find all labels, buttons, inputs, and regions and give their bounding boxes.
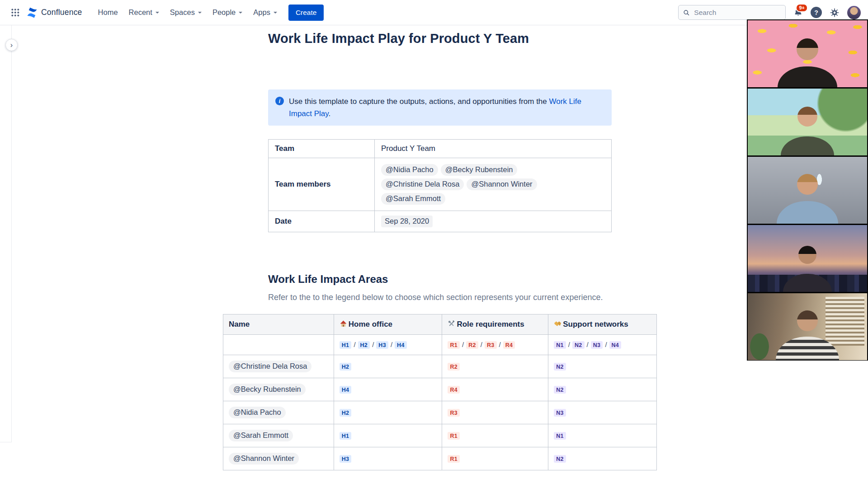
create-button[interactable]: Create: [288, 5, 324, 21]
role-cell: R3: [442, 401, 548, 424]
legend-empty-cell: [223, 335, 334, 355]
nav-item-spaces[interactable]: Spaces: [165, 5, 207, 20]
user-mention[interactable]: @Becky Rubenstein: [441, 164, 518, 176]
header-support-networks: Support networks: [548, 314, 657, 335]
separator: /: [587, 341, 589, 348]
user-mention[interactable]: @Shannon Winter: [229, 453, 299, 465]
status-lozenge: R2: [466, 341, 478, 349]
search-input[interactable]: [693, 8, 781, 17]
support-cell: N2: [548, 378, 657, 401]
table-row: Date Sep 28, 2020: [269, 211, 612, 232]
separator: /: [568, 341, 570, 348]
header-name: Name: [223, 314, 334, 335]
participant-camera-feed: [748, 20, 867, 87]
name-cell: @Becky Rubenstein: [223, 378, 334, 401]
nav-item-recent[interactable]: Recent: [124, 5, 164, 20]
user-mention[interactable]: @Shannon Winter: [467, 178, 537, 190]
section-heading: Work Life Impact Areas: [268, 273, 612, 286]
video-participant-tile-4[interactable]: [747, 224, 868, 292]
support-cell: N3: [548, 401, 657, 424]
header-role-label: Role requirements: [457, 320, 524, 328]
user-mention[interactable]: @Nidia Pacho: [381, 164, 438, 176]
user-avatar[interactable]: [847, 6, 861, 19]
table-row: @Shannon Winter H3 R1 N2: [223, 447, 657, 470]
chevron-right-icon: ›: [10, 42, 13, 49]
home-cell: H2: [334, 355, 442, 378]
help-icon: ?: [811, 7, 822, 18]
user-mention[interactable]: @Sarah Emmott: [229, 430, 293, 441]
status-lozenge: R4: [448, 386, 460, 394]
user-mention[interactable]: @Nidia Pacho: [229, 407, 286, 418]
product-name: Confluence: [41, 8, 82, 17]
team-label-cell: Team: [269, 140, 375, 158]
separator: /: [605, 341, 607, 348]
status-lozenge: N2: [554, 386, 566, 394]
date-lozenge: Sep 28, 2020: [381, 216, 433, 227]
legend-home-cell: H1/H2/H3/H4: [334, 335, 442, 355]
app-switcher-button[interactable]: [7, 5, 23, 20]
role-cell: R1: [442, 424, 548, 447]
info-icon: i: [275, 97, 284, 105]
handshake-icon: [554, 320, 561, 328]
status-lozenge: N1: [554, 341, 566, 349]
search-box[interactable]: [678, 5, 786, 20]
support-cell: N2: [548, 447, 657, 470]
nav-item-apps[interactable]: Apps: [248, 5, 282, 20]
video-participant-tile-5[interactable]: [747, 292, 868, 361]
nav-item-home[interactable]: Home: [93, 5, 123, 20]
nav-item-people[interactable]: People: [208, 5, 247, 20]
name-cell: @Sarah Emmott: [223, 424, 334, 447]
section-subtitle: Refer to the to the legend below to choo…: [268, 293, 612, 302]
home-cell: H1: [334, 424, 442, 447]
notifications-button[interactable]: 9+: [793, 8, 803, 17]
separator: /: [391, 341, 392, 348]
role-cell: R1: [442, 447, 548, 470]
video-call-strip: [747, 19, 868, 361]
separator: /: [481, 341, 482, 348]
participant-camera-feed: [748, 89, 867, 155]
status-lozenge: N2: [554, 363, 566, 371]
status-lozenge: H4: [340, 386, 352, 394]
status-lozenge: H1: [340, 432, 352, 440]
participant-camera-feed: [748, 225, 867, 292]
video-participant-tile-1[interactable]: [747, 19, 868, 88]
status-lozenge: H2: [358, 341, 370, 349]
document: Work Life Impact Play for Product Y Team…: [268, 25, 612, 470]
support-cell: N2: [548, 355, 657, 378]
name-cell: @Christine Dela Rosa: [223, 355, 334, 378]
user-mention[interactable]: @Sarah Emmott: [381, 193, 445, 205]
table-row: @Nidia Pacho H2 R3 N3: [223, 401, 657, 424]
info-text-suffix: .: [329, 109, 331, 118]
help-button[interactable]: ?: [811, 7, 822, 18]
top-navigation-bar: Confluence Home Recent Spaces People App…: [0, 0, 868, 25]
video-participant-tile-3[interactable]: [747, 156, 868, 224]
header-home-label: Home office: [349, 320, 392, 328]
tools-icon: [448, 320, 455, 328]
status-lozenge: N2: [572, 341, 585, 349]
table-row: Team Product Y Team: [269, 140, 612, 158]
status-lozenge: R1: [448, 432, 460, 440]
settings-button[interactable]: [830, 8, 840, 18]
impact-table-wrapper: Name Home office: [223, 314, 657, 470]
home-cell: H4: [334, 378, 442, 401]
support-cell: N1: [548, 424, 657, 447]
user-mention[interactable]: @Christine Dela Rosa: [229, 361, 311, 372]
status-lozenge: R3: [485, 341, 497, 349]
team-members-cell: @Nidia Pacho@Becky Rubenstein@Christine …: [375, 158, 612, 211]
info-panel: i Use this template to capture the outpu…: [268, 89, 612, 126]
home-cell: H2: [334, 401, 442, 424]
separator: /: [372, 341, 374, 348]
separator: /: [354, 341, 355, 348]
video-participant-tile-2[interactable]: [747, 88, 868, 156]
status-lozenge: R3: [448, 409, 460, 417]
notification-count-badge: 9+: [796, 4, 808, 12]
confluence-logo[interactable]: Confluence: [26, 7, 82, 19]
primary-nav: Home Recent Spaces People Apps: [93, 5, 282, 20]
status-lozenge: R1: [448, 341, 460, 349]
date-value-cell: Sep 28, 2020: [375, 211, 612, 232]
legend-support-cell: N1/N2/N3/N4: [548, 335, 657, 355]
team-info-table: Team Product Y Team Team members @Nidia …: [268, 139, 612, 232]
user-mention[interactable]: @Christine Dela Rosa: [381, 178, 464, 190]
user-mention[interactable]: @Becky Rubenstein: [229, 384, 306, 395]
sidebar-expand-button[interactable]: ›: [5, 39, 18, 51]
